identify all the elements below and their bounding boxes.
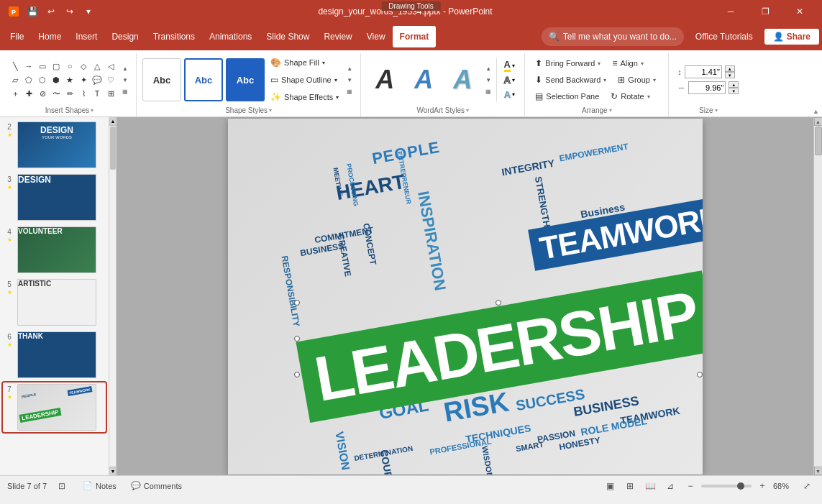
- align-dropdown[interactable]: ▾: [641, 60, 644, 67]
- slide-thumbnail-2[interactable]: 2 ★ DESIGN YOUR WORDS: [3, 120, 106, 170]
- menu-insert[interactable]: Insert: [68, 26, 104, 47]
- diamond-tool[interactable]: ◇: [77, 60, 90, 73]
- undo-button[interactable]: ↩: [43, 4, 59, 19]
- menu-animations[interactable]: Animations: [202, 26, 259, 47]
- send-backward-dropdown[interactable]: ▾: [603, 77, 606, 83]
- triangle-tool[interactable]: △: [91, 60, 104, 73]
- rotate-dropdown[interactable]: ▾: [647, 93, 650, 100]
- slide-sorter-button[interactable]: ⊞: [622, 478, 638, 494]
- zoom-track[interactable]: [701, 485, 752, 487]
- ban-tool[interactable]: ⊘: [36, 87, 49, 100]
- group-dropdown[interactable]: ▾: [653, 77, 656, 83]
- text-fill-dropdown[interactable]: ▾: [512, 63, 515, 69]
- office-tutorials-button[interactable]: Office Tutorials: [690, 29, 759, 44]
- curve-tool[interactable]: 〜: [50, 87, 63, 100]
- close-button[interactable]: ✕: [783, 0, 816, 23]
- circle-tool[interactable]: ○: [63, 60, 76, 73]
- menu-slideshow[interactable]: Slide Show: [259, 26, 316, 47]
- presenter-view-button[interactable]: ⊿: [662, 478, 678, 494]
- style-swatch-3[interactable]: Abc: [226, 58, 265, 101]
- slide-thumbnail-7[interactable]: 7 ★ LEADERSHIP TEAMWORK PEOPLE: [3, 382, 106, 432]
- shapes-more[interactable]: ▦: [120, 86, 130, 96]
- selection-pane-button[interactable]: ▤ Selection Pane: [531, 88, 603, 104]
- canvas-scrollbar-vertical[interactable]: ▲ ▼: [813, 117, 822, 475]
- line-tool[interactable]: ╲: [9, 60, 22, 73]
- customize-button[interactable]: ▾: [81, 4, 96, 19]
- send-backward-button[interactable]: ⬇ Send Backward ▾: [531, 72, 611, 88]
- menu-file[interactable]: File: [3, 26, 31, 47]
- para-tool[interactable]: ▱: [9, 73, 22, 86]
- hex-tool[interactable]: ⬡: [36, 73, 49, 86]
- tell-me-input[interactable]: 🔍 Tell me what you want to do...: [542, 27, 684, 46]
- wordart-expand[interactable]: ▾: [466, 107, 469, 114]
- zoom-in-button[interactable]: +: [754, 478, 770, 494]
- normal-view-button[interactable]: ▣: [602, 478, 618, 494]
- shape-outline-button[interactable]: ▭ Shape Outline ▾: [268, 72, 342, 88]
- wordart-scroll-down[interactable]: ▼: [483, 75, 493, 85]
- more-shapes[interactable]: ⊞: [104, 87, 117, 100]
- bring-forward-dropdown[interactable]: ▾: [598, 60, 600, 67]
- scroll-thumb-vertical[interactable]: [815, 127, 822, 155]
- zoom-out-button[interactable]: −: [682, 478, 698, 494]
- shape-effects-button[interactable]: ✨ Shape Effects ▾: [268, 89, 342, 105]
- bubble-tool[interactable]: 💬: [91, 73, 104, 86]
- width-input[interactable]: [688, 81, 726, 94]
- menu-review[interactable]: Review: [316, 26, 359, 47]
- shape-fill-button[interactable]: 🎨 Shape Fill ▾: [268, 55, 342, 70]
- arrange-expand[interactable]: ▾: [609, 107, 612, 114]
- rtriangle-tool[interactable]: ◁: [104, 60, 117, 73]
- text-fill-button[interactable]: A ▾: [500, 59, 519, 72]
- shapes-scroll-down[interactable]: ▼: [120, 75, 130, 85]
- share-button[interactable]: 👤 Share: [764, 29, 819, 45]
- notes-button[interactable]: 📄 Notes: [78, 480, 121, 492]
- slide-thumbnail-4[interactable]: 4 ★ VOLUNTEER: [3, 225, 106, 275]
- width-down[interactable]: ▼: [729, 88, 739, 94]
- ribbon-collapse-button[interactable]: ▲: [813, 108, 819, 115]
- panel-scroll-thumb[interactable]: [110, 127, 116, 170]
- plus-tool[interactable]: ＋: [9, 87, 22, 100]
- fit-slide-button[interactable]: ⊡: [54, 478, 70, 494]
- scroll-up-button[interactable]: ▲: [814, 117, 823, 126]
- panel-scroll-down[interactable]: ▼: [109, 467, 117, 475]
- heart-tool[interactable]: ♡: [104, 73, 117, 86]
- slide-canvas[interactable]: PEOPLE HEART INSPIRATION INTEGRITY STREN…: [228, 119, 703, 475]
- wordart-more[interactable]: ▦: [483, 86, 493, 96]
- reading-view-button[interactable]: 📖: [642, 478, 658, 494]
- scroll-track-vertical[interactable]: [814, 126, 823, 467]
- outline-dropdown[interactable]: ▾: [334, 77, 337, 83]
- wordart-sample-2[interactable]: A: [406, 58, 442, 101]
- wordart-sample-1[interactable]: A: [367, 58, 403, 101]
- save-button[interactable]: 💾: [24, 4, 40, 19]
- text-outline-button[interactable]: A ▾: [500, 73, 519, 86]
- effects-dropdown[interactable]: ▾: [336, 94, 339, 101]
- shapes-scroll-up[interactable]: ▲: [120, 63, 130, 73]
- menu-design[interactable]: Design: [104, 26, 145, 47]
- align-button[interactable]: ≡ Align ▾: [608, 55, 647, 71]
- fill-dropdown[interactable]: ▾: [322, 60, 325, 66]
- bring-forward-button[interactable]: ⬆ Bring Forward ▾: [531, 55, 605, 71]
- scroll-down-button[interactable]: ▼: [814, 467, 823, 475]
- panel-scroll-up[interactable]: ▲: [109, 117, 117, 126]
- star-tool[interactable]: ★: [63, 73, 76, 86]
- freeform-tool[interactable]: ✏: [63, 87, 76, 100]
- scribble-tool[interactable]: ⌇: [77, 87, 90, 100]
- height-down[interactable]: ▼: [725, 72, 735, 78]
- shape-styles-expand[interactable]: ▾: [269, 107, 272, 114]
- text-outline-dropdown[interactable]: ▾: [512, 77, 515, 83]
- wordart-scroll-up[interactable]: ▲: [483, 63, 493, 73]
- slide-thumbnail-3[interactable]: 3 ★ DESIGN: [3, 173, 106, 222]
- wordart-sample-3[interactable]: A: [444, 58, 480, 101]
- style-swatch-1[interactable]: Abc: [142, 58, 181, 101]
- menu-format[interactable]: Format: [393, 26, 437, 47]
- menu-transitions[interactable]: Transitions: [146, 26, 202, 47]
- redo-button[interactable]: ↪: [62, 4, 78, 19]
- height-up[interactable]: ▲: [725, 65, 735, 72]
- menu-view[interactable]: View: [360, 26, 393, 47]
- slide-thumbnail-6[interactable]: 6 ★ THANK: [3, 330, 106, 380]
- rect-tool[interactable]: ▭: [36, 60, 49, 73]
- text-effects-button[interactable]: A ▾: [500, 88, 519, 101]
- size-expand[interactable]: ▾: [715, 107, 718, 114]
- styles-scroll-up[interactable]: ▲: [344, 63, 355, 73]
- text-tool[interactable]: T: [91, 87, 104, 100]
- fit-window-button[interactable]: ⤢: [799, 478, 815, 494]
